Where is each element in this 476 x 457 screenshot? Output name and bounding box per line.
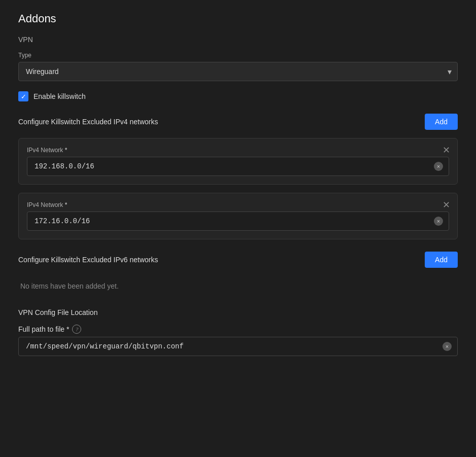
ipv6-section-header: Configure Killswitch Excluded IPv6 netwo… [18, 252, 458, 268]
vpn-section-label: VPN [18, 36, 458, 44]
clear-circle-icon-2: × [434, 217, 443, 226]
ipv6-section-title: Configure Killswitch Excluded IPv6 netwo… [18, 256, 158, 264]
clear-circle-icon-1: × [434, 162, 443, 171]
ipv6-networks-section: Configure Killswitch Excluded IPv6 netwo… [18, 252, 458, 296]
killswitch-label: Enable killswitch [33, 92, 86, 100]
page-title: Addons [18, 12, 458, 25]
vpn-config-title: VPN Config File Location [18, 308, 458, 317]
no-items-text: No items have been added yet. [18, 276, 458, 296]
checkmark-icon: ✓ [21, 93, 26, 100]
ipv4-network-card-1: ✕ IPv4 Network * × [18, 138, 458, 185]
ipv4-network-label-2: IPv4 Network * [27, 201, 449, 208]
close-icon: ✕ [443, 145, 450, 155]
ipv4-section-header: Configure Killswitch Excluded IPv4 netwo… [18, 114, 458, 130]
clear-ipv4-input-1-button[interactable]: × [433, 161, 444, 172]
help-icon[interactable]: ? [72, 325, 81, 334]
add-ipv4-button[interactable]: Add [425, 114, 458, 130]
ipv4-input-wrapper-1: × [27, 157, 449, 176]
ipv4-network-input-1[interactable] [27, 157, 449, 176]
killswitch-row: ✓ Enable killswitch [18, 91, 458, 101]
close-card-1-button[interactable]: ✕ [441, 145, 451, 156]
type-section: Type Wireguard OpenVPN ▾ [18, 52, 458, 81]
full-path-input[interactable] [18, 337, 458, 356]
clear-ipv4-input-2-button[interactable]: × [433, 216, 444, 227]
ipv4-input-wrapper-2: × [27, 212, 449, 231]
file-field-label-row: Full path to file * ? [18, 325, 458, 334]
close-icon: ✕ [443, 200, 450, 210]
ipv4-section-title: Configure Killswitch Excluded IPv4 netwo… [18, 118, 158, 126]
killswitch-checkbox[interactable]: ✓ [18, 91, 28, 101]
type-select-wrapper: Wireguard OpenVPN ▾ [18, 62, 458, 81]
type-label: Type [18, 52, 458, 59]
ipv4-networks-section: Configure Killswitch Excluded IPv4 netwo… [18, 114, 458, 239]
close-card-2-button[interactable]: ✕ [441, 199, 451, 210]
clear-file-input-button[interactable]: × [441, 341, 453, 352]
file-input-wrapper: × [18, 337, 458, 356]
type-select[interactable]: Wireguard OpenVPN [18, 62, 458, 81]
ipv4-network-card-2: ✕ IPv4 Network * × [18, 193, 458, 239]
ipv4-network-label-1: IPv4 Network * [27, 147, 449, 154]
add-ipv6-button[interactable]: Add [425, 252, 458, 268]
full-path-label: Full path to file * [18, 325, 69, 333]
vpn-config-section: VPN Config File Location Full path to fi… [18, 308, 458, 356]
ipv4-network-input-2[interactable] [27, 212, 449, 231]
clear-circle-icon-file: × [443, 342, 452, 351]
